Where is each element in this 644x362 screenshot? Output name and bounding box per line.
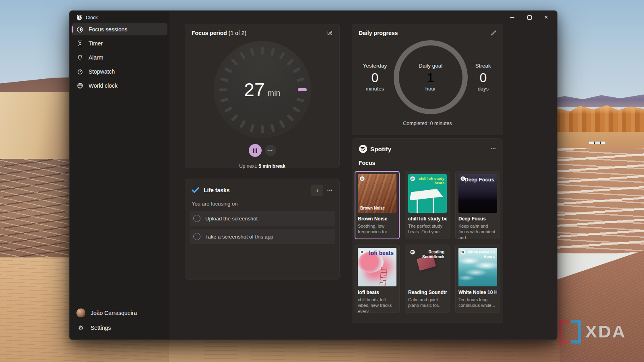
yesterday-unit: minutes: [356, 86, 394, 92]
spotify-mini-icon: [410, 176, 415, 181]
sidebar-item-world-clock[interactable]: World clock: [72, 80, 167, 92]
cover-caption: Deep Focus: [464, 177, 494, 183]
add-task-button[interactable]: +: [311, 185, 323, 196]
task-radio[interactable]: [193, 215, 200, 222]
sidebar-item-alarm[interactable]: Alarm: [72, 51, 167, 64]
app-title-row: Clock: [76, 14, 98, 21]
xda-bracket-left: [559, 320, 569, 343]
focus-period-header: Focus period (1 of 2): [185, 24, 339, 36]
goal-ring-wrap: Daily goal 1 hour: [394, 40, 468, 114]
spotify-more-button[interactable]: •••: [491, 147, 496, 151]
sidebar-item-stopwatch[interactable]: Stopwatch: [72, 66, 167, 78]
task-text: Take a screenshot of this app: [205, 234, 273, 240]
spotify-mini-icon: [410, 250, 415, 255]
life-tasks-title: Life tasks: [204, 187, 230, 193]
timer-more-button[interactable]: •••: [265, 145, 276, 156]
up-next-prefix: Up next:: [239, 163, 258, 169]
focus-period-title-main: Focus period: [192, 30, 227, 36]
user-name: João Carrasqueira: [91, 310, 137, 316]
playlist-cover-art: White Noise 10 Hours: [458, 248, 497, 286]
task-row[interactable]: Upload the screenshot: [190, 211, 335, 226]
playlist-tile-white-noise[interactable]: White Noise 10 Hours White Noise 10 H...…: [455, 245, 500, 313]
world-clock-globe-icon: [76, 82, 83, 89]
plus-icon: +: [316, 187, 319, 194]
timer-hourglass-icon: [76, 40, 83, 47]
minimize-button[interactable]: [504, 11, 521, 23]
focus-period-title: Focus period (1 of 2): [192, 30, 246, 36]
sidebar-item-focus-sessions[interactable]: Focus sessions: [72, 23, 167, 35]
alarm-bell-icon: [76, 54, 83, 61]
spotify-header: Spotify •••: [352, 139, 503, 153]
playlist-desc: Keep calm and focus with ambient and...: [458, 223, 497, 239]
streak-value: 0: [468, 70, 499, 85]
sidebar-item-label: World clock: [89, 82, 118, 89]
playlist-tile-reading-soundtrack[interactable]: Reading Soundtrack Reading Soundtr... Ca…: [405, 245, 450, 313]
timer-buttons: •••: [185, 144, 339, 157]
sidebar-bottom: João Carrasqueira ⚙ Settings: [72, 307, 167, 334]
sidebar: Clock Focus sessions Timer: [70, 11, 169, 339]
wallpaper-right-slope: [551, 132, 644, 150]
spotify-brand: Spotify: [359, 144, 391, 153]
up-next-value: 5 min break: [258, 163, 285, 169]
sidebar-item-label: Focus sessions: [89, 26, 127, 33]
playlist-tile-chill-lofi[interactable]: chill lofi study beats chill lofi study …: [405, 171, 450, 239]
playlist-tile-brown-noise[interactable]: Brown Noise Brown Noise Soothing, low fr…: [355, 171, 400, 239]
spotify-mini-icon: [360, 250, 365, 255]
spotify-logo-icon: [359, 144, 367, 153]
edit-goal-button[interactable]: [491, 30, 496, 36]
close-button[interactable]: ✕: [538, 11, 555, 23]
todo-check-icon: [192, 187, 200, 193]
life-tasks-card: Life tasks + ••• You are focusing on Upl…: [185, 179, 340, 280]
daily-progress-title: Daily progress: [359, 30, 398, 36]
playlist-desc: Soothing, low frequencies for...: [358, 223, 396, 235]
completed-text: Completed: 0 minutes: [352, 121, 503, 126]
task-row[interactable]: Take a screenshot of this app: [190, 229, 335, 244]
settings-label: Settings: [91, 325, 111, 331]
sidebar-item-label: Timer: [89, 40, 103, 47]
desktop: XDA ✕ Clock: [0, 0, 644, 362]
pause-button[interactable]: [249, 144, 262, 157]
task-list: Upload the screenshot Take a screenshot …: [190, 211, 335, 244]
life-tasks-more-button[interactable]: •••: [327, 188, 333, 192]
playlist-cover-art: Reading Soundtrack: [408, 248, 447, 286]
popout-button[interactable]: [326, 30, 333, 36]
streak-label: Streak: [468, 63, 499, 69]
playlist-cover-art: lofi beats: [358, 248, 396, 286]
playlist-tile-deep-focus[interactable]: Deep Focus Deep Focus Keep calm and focu…: [455, 171, 500, 239]
timer-dial[interactable]: 27 min: [214, 41, 311, 138]
pencil-icon: [491, 30, 496, 36]
sidebar-item-timer[interactable]: Timer: [72, 37, 167, 49]
wallpaper-right-saltflats: [551, 148, 644, 253]
spotify-wordmark: Spotify: [370, 146, 391, 152]
daily-progress-stats: Yesterday 0 minutes Daily goal 1 hour St…: [352, 40, 503, 114]
focus-sessions-icon: [76, 26, 83, 33]
stopwatch-icon: [76, 68, 83, 75]
wallpaper-vehicles: [589, 142, 605, 144]
playlist-grid: Brown Noise Brown Noise Soothing, low fr…: [352, 171, 503, 313]
xda-watermark: XDA: [559, 320, 626, 343]
user-avatar: [76, 309, 85, 317]
playlist-cover-art: Deep Focus: [458, 174, 497, 213]
goal-label: Daily goal: [419, 63, 442, 69]
focusing-label: You are focusing on: [185, 196, 339, 207]
focus-period-card: Focus period (1 of 2) 27 min •••: [185, 24, 340, 168]
more-icon: •••: [491, 147, 496, 151]
settings-gear-icon: ⚙: [76, 324, 85, 331]
maximize-button[interactable]: [521, 11, 538, 23]
playlist-cover-art: chill lofi study beats: [408, 174, 447, 213]
sidebar-item-label: Stopwatch: [89, 68, 115, 75]
clock-app-window: ✕ Clock Focus sessions: [69, 10, 557, 340]
user-account-row[interactable]: João Carrasqueira: [72, 307, 167, 319]
playlist-title: Brown Noise: [358, 216, 396, 222]
minimize-icon: [510, 17, 514, 18]
goal-value: 1: [427, 70, 434, 85]
playlist-desc: Calm and quiet piano music for...: [408, 297, 447, 309]
spotify-mini-icon: [460, 176, 465, 181]
streak-unit: days: [468, 86, 499, 92]
window-controls: ✕: [504, 11, 555, 24]
playlist-desc: The perfect study beats. Find your...: [408, 223, 447, 235]
playlist-tile-lofi-beats[interactable]: lofi beats lofi beats chill beats, lofi …: [355, 245, 400, 313]
sidebar-item-settings[interactable]: ⚙ Settings: [72, 322, 167, 334]
playlist-title: White Noise 10 H...: [458, 290, 497, 295]
task-radio[interactable]: [193, 233, 200, 240]
